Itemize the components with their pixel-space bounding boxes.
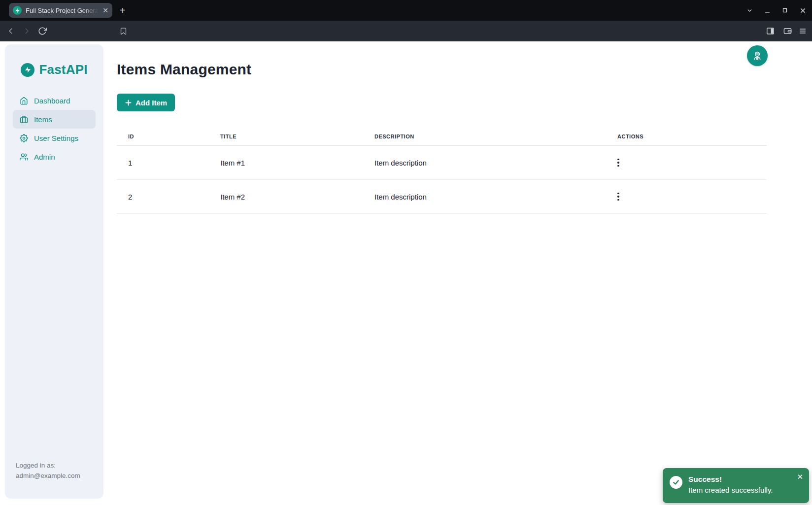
add-item-label: Add Item xyxy=(135,99,167,107)
browser-toolbar: localhost/items 1 xyxy=(0,21,812,41)
table-row: 1 Item #1 Item description xyxy=(117,146,767,180)
toast-title: Success! xyxy=(688,474,773,484)
sidebar-item-label: Admin xyxy=(34,153,55,161)
sidebar-item-admin[interactable]: Admin xyxy=(13,147,96,166)
home-icon xyxy=(20,97,28,105)
users-icon xyxy=(20,153,28,161)
wallet-icon[interactable] xyxy=(781,21,793,41)
row-actions-kebab-icon[interactable] xyxy=(614,191,622,203)
logged-in-footer: Logged in as: admin@example.com xyxy=(16,460,80,481)
table-row: 2 Item #2 Item description xyxy=(117,180,767,214)
back-button-icon[interactable] xyxy=(5,21,17,41)
sidebar: FastAPI Dashboard Items User Settings xyxy=(5,44,103,499)
column-header-description: DESCRIPTION xyxy=(363,134,606,139)
sidebar-item-label: User Settings xyxy=(34,134,78,142)
logged-in-email: admin@example.com xyxy=(16,471,80,481)
app-page: FastAPI Dashboard Items User Settings xyxy=(0,41,812,505)
sidebar-item-label: Items xyxy=(34,115,52,124)
menu-hamburger-icon[interactable] xyxy=(797,21,809,41)
maximize-button[interactable] xyxy=(781,7,788,14)
tab-title: Full Stack Project Genera xyxy=(26,7,99,14)
toast-message: Item created successfully. xyxy=(688,484,773,496)
success-toast: Success! Item created successfully. ✕ xyxy=(663,468,809,503)
sidebar-item-dashboard[interactable]: Dashboard xyxy=(13,91,96,110)
cell-id: 1 xyxy=(117,159,209,167)
tab-close-icon[interactable]: ✕ xyxy=(102,7,108,14)
logged-in-label: Logged in as: xyxy=(16,460,80,471)
column-header-title: TITLE xyxy=(209,134,363,139)
add-item-button[interactable]: Add Item xyxy=(117,94,175,111)
sidebar-toggle-icon[interactable] xyxy=(764,21,776,41)
page-title: Items Management xyxy=(117,61,251,78)
briefcase-icon xyxy=(20,115,28,124)
sidebar-item-label: Dashboard xyxy=(34,97,70,105)
browser-tab[interactable]: Full Stack Project Genera ✕ xyxy=(9,3,112,18)
check-circle-icon xyxy=(670,476,682,489)
forward-button-icon xyxy=(21,21,33,41)
fastapi-favicon-icon xyxy=(13,6,22,15)
new-tab-button[interactable]: + xyxy=(120,6,126,15)
cell-title: Item #1 xyxy=(209,159,363,167)
toast-close-icon[interactable]: ✕ xyxy=(796,472,804,481)
minimize-button[interactable] xyxy=(764,7,771,14)
tab-search-chevron-icon[interactable] xyxy=(746,7,753,14)
user-astronaut-icon xyxy=(752,50,763,61)
row-actions-kebab-icon[interactable] xyxy=(614,157,622,169)
logo-text: FastAPI xyxy=(39,62,87,77)
plus-icon xyxy=(125,99,132,106)
column-header-id: ID xyxy=(117,134,209,139)
reload-button-icon[interactable] xyxy=(36,21,48,41)
lightning-bolt-icon xyxy=(21,63,34,77)
cell-description: Item description xyxy=(363,159,606,167)
cell-id: 2 xyxy=(117,193,209,201)
browser-tab-bar: Full Stack Project Genera ✕ + xyxy=(0,0,812,21)
sidebar-nav: Dashboard Items User Settings Admin xyxy=(5,91,103,166)
sidebar-item-items[interactable]: Items xyxy=(13,110,96,129)
close-window-button[interactable] xyxy=(799,7,806,14)
cell-title: Item #2 xyxy=(209,193,363,201)
cell-description: Item description xyxy=(363,193,606,201)
gear-icon xyxy=(20,134,28,142)
sidebar-item-user-settings[interactable]: User Settings xyxy=(13,129,96,147)
table-header-row: ID TITLE DESCRIPTION ACTIONS xyxy=(117,127,767,146)
fastapi-logo: FastAPI xyxy=(5,62,103,77)
column-header-actions: ACTIONS xyxy=(606,134,767,139)
bookmark-icon[interactable] xyxy=(117,21,129,41)
items-table: ID TITLE DESCRIPTION ACTIONS 1 Item #1 I… xyxy=(117,127,767,214)
user-menu-button[interactable] xyxy=(747,45,768,66)
